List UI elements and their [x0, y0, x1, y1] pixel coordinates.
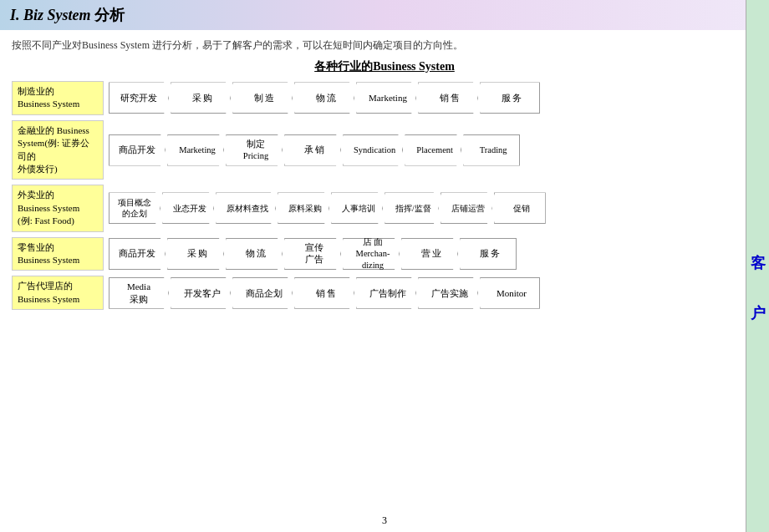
chain-item-0-1: 采 购: [171, 82, 231, 114]
chain-item-0-5: 销 售: [418, 82, 478, 114]
rows-container: 制造业的Business System研究开发采 购制 造物 流Marketin…: [12, 81, 757, 310]
chain-4: Media采购开发客户商品企划销 售广告制作广告实施Monitor: [109, 276, 757, 310]
sidebar: 客 户: [746, 0, 769, 532]
chain-2: 项目概念的企划业态开发原材料查找原料采购人事培训指挥/监督店铺运营促销: [109, 191, 757, 225]
chain-item-3-0: 商品开发: [109, 238, 166, 270]
chain-item-3-1: 采 购: [167, 238, 224, 270]
row-4: 广告代理店的Business SystemMedia采购开发客户商品企划销 售广…: [12, 276, 757, 310]
chain-item-3-2: 物 流: [226, 238, 283, 270]
chain-item-4-3: 销 售: [294, 277, 354, 309]
chain-item-2-7: 促销: [494, 192, 546, 224]
page-header: I. Biz System 分析: [0, 0, 769, 30]
chain-3: 商品开发采 购物 流宣传广告店 面Merchan-dizing营 业服 务: [109, 237, 757, 271]
chain-item-2-5: 指挥/监督: [384, 192, 439, 224]
chain-item-0-6: 服 务: [480, 82, 540, 114]
chain-item-1-1: Marketing: [167, 134, 224, 166]
row-label-3: 零售业的Business System: [12, 237, 104, 271]
chain-item-4-2: 商品企划: [232, 277, 293, 309]
chain-item-2-1: 业态开发: [162, 192, 214, 224]
chain-item-3-5: 营 业: [401, 238, 458, 270]
chain-item-1-3: 承 销: [284, 134, 341, 166]
chain-1: 商品开发Marketing制定Pricing承 销SyndicationPlac…: [109, 134, 757, 167]
row-label-4: 广告代理店的Business System: [12, 276, 104, 310]
chain-item-4-6: Monitor: [480, 277, 540, 309]
chain-item-1-5: Placement: [405, 134, 461, 166]
chain-item-4-4: 广告制作: [356, 277, 416, 309]
chain-item-1-6: Trading: [463, 134, 520, 166]
section-title: 各种行业的Business System: [12, 59, 757, 74]
title-chinese: 分析: [94, 7, 125, 23]
chain-item-4-1: 开发客户: [171, 277, 231, 309]
chain-item-1-2: 制定Pricing: [226, 134, 283, 166]
title-english: I. Biz System: [10, 7, 94, 23]
row-1: 金融业的 BusinessSystem(例: 证券公司的外债发行)商品开发Mar…: [12, 120, 757, 180]
chain-item-0-2: 制 造: [232, 82, 293, 114]
row-label-0: 制造业的Business System: [12, 81, 104, 115]
chain-item-4-0: Media采购: [109, 277, 169, 309]
chain-item-4-5: 广告实施: [418, 277, 478, 309]
row-0: 制造业的Business System研究开发采 购制 造物 流Marketin…: [12, 81, 757, 115]
page-number: 3: [382, 514, 387, 527]
row-label-1: 金融业的 BusinessSystem(例: 证券公司的外债发行): [12, 120, 104, 180]
chain-item-2-6: 店铺运营: [441, 192, 492, 224]
chain-item-2-0: 项目概念的企划: [109, 192, 160, 224]
chain-item-0-3: 物 流: [294, 82, 354, 114]
chain-item-3-4: 店 面Merchan-dizing: [343, 238, 400, 270]
chain-item-0-4: Marketing: [356, 82, 416, 114]
chain-0: 研究开发采 购制 造物 流Marketing销 售服 务: [109, 81, 757, 114]
chain-item-1-0: 商品开发: [109, 134, 166, 166]
chain-item-2-4: 人事培训: [331, 192, 383, 224]
row-label-2: 外卖业的Business System(例: Fast Food): [12, 185, 104, 231]
page-title: I. Biz System 分析: [10, 7, 125, 23]
main-content: 各种行业的Business System 制造业的Business System…: [0, 59, 769, 310]
chain-item-2-2: 原材料查找: [216, 192, 276, 224]
chain-item-2-3: 原料采购: [278, 192, 329, 224]
chain-item-3-3: 宣传广告: [284, 238, 341, 270]
row-3: 零售业的Business System商品开发采 购物 流宣传广告店 面Merc…: [12, 237, 757, 271]
chain-item-3-6: 服 务: [460, 238, 517, 270]
chain-item-0-0: 研究开发: [109, 82, 169, 114]
row-2: 外卖业的Business System(例: Fast Food)项目概念的企划…: [12, 185, 757, 231]
subtitle: 按照不同产业对Business System 进行分析，易于了解客户的需求，可以…: [0, 35, 769, 59]
chain-item-1-4: Syndication: [343, 134, 403, 166]
